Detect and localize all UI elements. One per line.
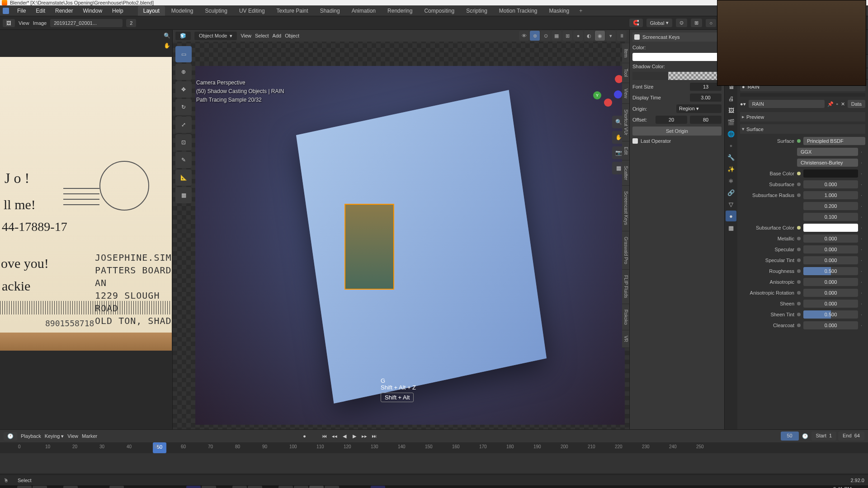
npanel-tab-flip-fluids[interactable]: FLIP Fluids [622, 270, 629, 304]
prop-driver-icon[interactable]: · [861, 236, 865, 241]
pan-icon[interactable]: ✋ [164, 42, 170, 49]
add-workspace-button[interactable]: + [576, 7, 586, 15]
taskbar-blender[interactable]: 🟠 [202, 486, 216, 488]
tab-world[interactable]: 🌐 [726, 128, 736, 139]
snap-mode[interactable]: ⊞ [691, 19, 702, 27]
workspace-tab-sculpting[interactable]: Sculpting [200, 6, 233, 16]
playback-menu[interactable]: Playback [21, 433, 41, 439]
start-frame[interactable]: Start 1 [811, 432, 836, 441]
tab-modifiers[interactable]: 🔧 [726, 152, 736, 163]
prop-driver-icon[interactable]: · [861, 301, 865, 306]
material-list[interactable] [740, 93, 865, 97]
socket-dot-icon[interactable] [797, 248, 801, 251]
pause-icon[interactable]: ⏸ [617, 31, 627, 41]
workspace-tab-uv-editing[interactable]: UV Editing [234, 6, 270, 16]
socket-dot-icon[interactable] [797, 280, 801, 284]
value-slider[interactable]: 0.000 [803, 300, 858, 308]
workspace-tab-layout[interactable]: Layout [138, 6, 165, 16]
npanel-tab-view[interactable]: View [622, 83, 629, 104]
tool-cursor[interactable]: ⊕ [175, 64, 192, 80]
set-origin-button[interactable]: Set Origin [632, 127, 722, 136]
npanel-tab-vr[interactable]: VR [622, 330, 629, 348]
menu-window[interactable]: Window [78, 7, 107, 15]
autokey-button[interactable]: ● [300, 432, 309, 441]
preview-range-icon[interactable]: 🕐 [801, 432, 810, 441]
surface-panel-header[interactable]: ▾Surface [740, 124, 865, 134]
value-slider[interactable]: 0.200 [803, 202, 858, 210]
npanel-tab-shortcut-vur[interactable]: Shortcut VUr [622, 104, 629, 141]
shading-dropdown[interactable]: ▾ [606, 31, 616, 41]
socket-dot-icon[interactable] [797, 226, 801, 230]
tab-viewlayer[interactable]: 🖼 [726, 105, 736, 116]
shading-solid[interactable]: ● [573, 31, 583, 41]
offset-x[interactable]: 20 [656, 116, 687, 124]
socket-dot-icon[interactable] [797, 237, 801, 240]
value-slider[interactable]: 1.000 [803, 191, 858, 199]
value-slider[interactable]: 0.000 [803, 180, 858, 188]
taskbar-premiere[interactable]: Pr [371, 486, 385, 488]
value-slider[interactable]: 0.000 [803, 256, 858, 264]
pivot-selector[interactable]: ⊙ [676, 19, 687, 27]
tool-rotate[interactable]: ↻ [175, 99, 192, 115]
value-slider[interactable]: 0.000 [803, 235, 858, 243]
header-image[interactable]: Image [33, 20, 47, 26]
next-keyframe-button[interactable]: ▸▸ [360, 432, 369, 441]
menu-help[interactable]: Help [108, 7, 128, 15]
end-frame[interactable]: End 64 [838, 432, 864, 441]
jump-end-button[interactable]: ⏭ [370, 432, 379, 441]
value-slider[interactable]: 0.000 [803, 289, 858, 297]
tab-output[interactable]: 🖨 [726, 93, 736, 104]
material-new-icon[interactable]: ▫ [836, 101, 838, 107]
npanel-tab-edit[interactable]: Edit [622, 141, 629, 160]
timeline-view-menu[interactable]: View [67, 433, 78, 439]
taskbar-fl[interactable]: FL [263, 486, 278, 488]
color-value[interactable] [803, 224, 858, 232]
taskbar-app[interactable]: 📄 [140, 486, 155, 488]
tab-object[interactable]: ▫ [726, 140, 736, 151]
value-slider[interactable]: 0.000 [803, 321, 858, 329]
taskbar-app[interactable]: 📄 [79, 486, 93, 488]
tool-move[interactable]: ✥ [175, 81, 192, 98]
socket-dot-icon[interactable] [797, 324, 801, 327]
timeline-type-icon[interactable]: 🕐 [4, 432, 17, 441]
xray-toggle[interactable]: ▦ [552, 31, 561, 41]
workspace-tab-compositing[interactable]: Compositing [419, 6, 460, 16]
npanel-tab-item[interactable]: Item [622, 43, 629, 63]
menu-render[interactable]: Render [51, 7, 77, 15]
prop-driver-icon[interactable]: · [861, 290, 865, 296]
taskbar-app[interactable]: 🍀 [355, 486, 370, 488]
socket-dot-icon[interactable] [797, 269, 801, 273]
taskbar-app[interactable]: ⚫ [156, 486, 170, 488]
shading-rendered[interactable]: ◉ [595, 31, 605, 41]
prop-driver-icon[interactable]: · [861, 247, 865, 252]
orientation-selector[interactable]: Global ▾ [646, 19, 673, 27]
color-swatch[interactable] [632, 53, 722, 61]
tool-transform[interactable]: ⊡ [175, 134, 192, 150]
tab-physics[interactable]: ⚛ [726, 175, 736, 186]
overlay-toggle[interactable]: ⊙ [541, 31, 551, 41]
material-name-field[interactable]: RAIN [749, 100, 825, 108]
preview-panel-header[interactable]: ▸Preview [740, 112, 865, 122]
taskbar-blender[interactable]: 🟠 [278, 486, 293, 488]
shader-selector[interactable]: Principled BSDF [803, 137, 865, 145]
prop-driver-icon[interactable]: · [861, 258, 865, 263]
header-view[interactable]: View [19, 20, 29, 26]
tab-scene[interactable]: 🎬 [726, 117, 736, 127]
workspace-tab-rendering[interactable]: Rendering [382, 6, 418, 16]
workspace-tab-texture-paint[interactable]: Texture Paint [271, 6, 314, 16]
start-button[interactable]: ⊞ [2, 486, 16, 488]
taskbar-chrome[interactable]: 🌐 [33, 486, 47, 488]
nav-gizmo[interactable]: Y [593, 75, 625, 107]
taskbar-spotify[interactable]: ● [340, 486, 354, 488]
tab-particles[interactable]: ✨ [726, 164, 736, 174]
snap-toggle[interactable]: 🧲 [629, 19, 643, 27]
prop-driver-icon[interactable]: · [861, 171, 865, 176]
workspace-tab-motion-tracking[interactable]: Motion Tracking [494, 6, 543, 16]
timeline-editor[interactable]: 🕐 Playback Keying ▾ View Marker ● ⏮ ◂◂ ◀… [0, 429, 868, 474]
npanel-tab-tool[interactable]: Tool [622, 63, 629, 83]
workspace-tab-shading[interactable]: Shading [315, 6, 345, 16]
3d-viewport[interactable]: 🧊 Object Mode ▾ View Select Add Object 👁… [173, 30, 629, 429]
menu-file[interactable]: File [13, 7, 30, 15]
jump-start-button[interactable]: ⏮ [320, 432, 329, 441]
prop-driver-icon[interactable]: · [861, 323, 865, 328]
